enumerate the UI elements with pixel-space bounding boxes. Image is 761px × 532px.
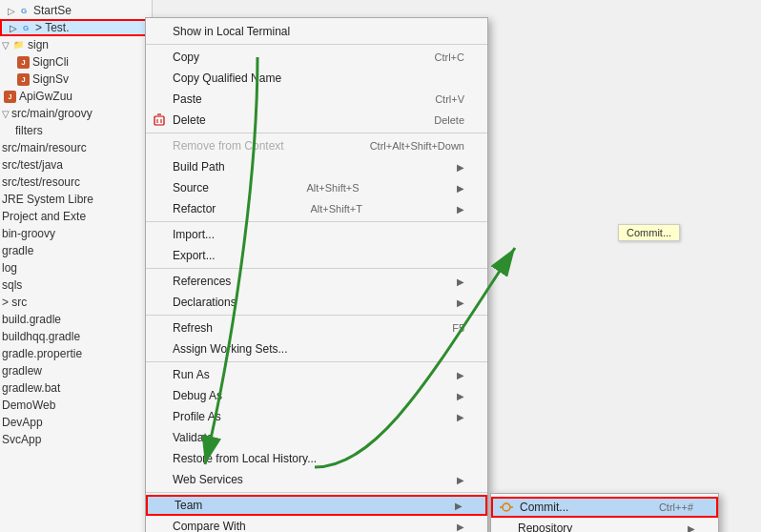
submenu-arrow: ▶ (688, 523, 695, 533)
tree-item-signcli[interactable]: J SignCli (0, 53, 152, 71)
team-submenu: Commit... Ctrl++# Repository ▶ Advanced … (490, 493, 719, 532)
tree-item-srctestresource[interactable]: src/test/resourc (0, 174, 152, 191)
java-icon: J (17, 56, 30, 69)
submenu-arrow: ▶ (457, 297, 464, 308)
separator (146, 492, 487, 493)
submenu-arrow: ▶ (457, 183, 464, 194)
menu-assign-working-sets[interactable]: Assign Working Sets... (146, 338, 487, 359)
menu-delete[interactable]: Delete Delete (146, 110, 487, 131)
menu-profile-as[interactable]: Profile As ▶ (146, 406, 487, 427)
menu-validate[interactable]: Validate (146, 427, 487, 448)
menu-paste[interactable]: Paste Ctrl+V (146, 89, 487, 110)
menu-debug-as[interactable]: Debug As ▶ (146, 385, 487, 406)
tree-item-sign[interactable]: ▽ 📁 sign (0, 36, 152, 53)
menu-import[interactable]: Import... (146, 224, 487, 245)
menu-refresh[interactable]: Refresh F5 (146, 317, 487, 338)
context-menu: Show in Local Terminal Copy Ctrl+C Copy … (145, 17, 488, 532)
java-icon: J (17, 73, 30, 86)
tree-item-gradleproperties[interactable]: gradle.propertie (0, 345, 152, 362)
menu-copy-qualified[interactable]: Copy Qualified Name (146, 68, 487, 89)
commit-icon (499, 500, 514, 515)
commit-tooltip: Commit... (618, 224, 680, 241)
tree-item-apigwzuu[interactable]: J ApiGwZuu (0, 88, 152, 105)
menu-references[interactable]: References ▶ (146, 271, 487, 292)
java-icon: J (4, 91, 16, 103)
tree-item-projectext[interactable]: Project and Exte (0, 208, 152, 225)
groovy-icon: G (19, 21, 32, 34)
menu-restore-history[interactable]: Restore from Local History... (146, 448, 487, 469)
menu-copy[interactable]: Copy Ctrl+C (146, 47, 487, 68)
tree-item-startse[interactable]: ▷ G StartSe (0, 2, 152, 19)
submenu-arrow: ▶ (457, 475, 464, 485)
menu-commit[interactable]: Commit... Ctrl++# (491, 497, 718, 518)
tree-item-log[interactable]: log (0, 259, 152, 276)
tree-item-jrelib[interactable]: JRE System Libre (0, 191, 152, 208)
tree-item-sqls[interactable]: sqls (0, 276, 152, 294)
submenu-arrow: ▶ (457, 204, 464, 215)
delete-icon (152, 113, 167, 128)
separator (146, 133, 487, 133)
separator (146, 44, 487, 45)
menu-compare-with[interactable]: Compare With ▶ (146, 516, 487, 532)
tree-item-filters[interactable]: filters (0, 122, 152, 139)
menu-refactor[interactable]: Refactor Alt+Shift+T ▶ (146, 198, 487, 219)
submenu-arrow: ▶ (457, 162, 464, 173)
tree-item-buildgradle[interactable]: build.gradle (0, 311, 152, 328)
separator (146, 361, 487, 362)
menu-export[interactable]: Export... (146, 245, 487, 266)
tree-item-signsv[interactable]: J SignSv (0, 71, 152, 88)
tree-item-bingroovy[interactable]: bin-groovy (0, 225, 152, 242)
menu-show-local-terminal[interactable]: Show in Local Terminal (146, 21, 487, 42)
tree-item-demoweb[interactable]: DemoWeb (0, 397, 152, 414)
tree-item-test[interactable]: ▷ G > Test. (0, 19, 152, 36)
tree-item-srcmainresource[interactable]: src/main/resourc (0, 139, 152, 156)
submenu-arrow: ▶ (457, 412, 464, 422)
svg-rect-0 (154, 116, 164, 125)
tree-item-srcmaingroovy[interactable]: ▽ src/main/groovy (0, 105, 152, 122)
menu-web-services[interactable]: Web Services ▶ (146, 469, 487, 490)
svg-point-4 (503, 503, 510, 511)
tree-item-devapp[interactable]: DevApp (0, 414, 152, 431)
submenu-arrow: ▶ (457, 276, 464, 287)
tree-item-svcapp[interactable]: SvcApp (0, 431, 152, 448)
menu-remove-context[interactable]: Remove from Context Ctrl+Alt+Shift+Down (146, 135, 487, 156)
tree-item-src[interactable]: > src (0, 294, 152, 311)
tree-item-gradle[interactable]: gradle (0, 242, 152, 259)
groovy-icon: G (17, 4, 31, 17)
tree-item-gradlew[interactable]: gradlew (0, 362, 152, 379)
separator (146, 268, 487, 269)
tree-item-buildhqqgradle[interactable]: buildhqq.gradle (0, 328, 152, 345)
separator (146, 315, 487, 316)
menu-build-path[interactable]: Build Path ▶ (146, 156, 487, 177)
menu-source[interactable]: Source Alt+Shift+S ▶ (146, 177, 487, 198)
tree-item-srctestjava[interactable]: src/test/java (0, 156, 152, 174)
menu-repository[interactable]: Repository ▶ (491, 518, 718, 532)
file-tree: ▷ G StartSe ▷ G > Test. ▽ 📁 sign J SignC… (0, 0, 153, 532)
submenu-arrow: ▶ (457, 370, 464, 380)
menu-team[interactable]: Team ▶ Commit... Ctrl++# Repository ▶ (146, 495, 487, 516)
menu-run-as[interactable]: Run As ▶ (146, 364, 487, 385)
tree-item-gradlewbat[interactable]: gradlew.bat (0, 379, 152, 397)
menu-declarations[interactable]: Declarations ▶ (146, 292, 487, 313)
submenu-arrow: ▶ (455, 501, 463, 511)
folder-icon: 📁 (11, 38, 25, 51)
submenu-arrow: ▶ (457, 522, 464, 532)
separator (146, 221, 487, 222)
submenu-arrow: ▶ (457, 391, 464, 401)
